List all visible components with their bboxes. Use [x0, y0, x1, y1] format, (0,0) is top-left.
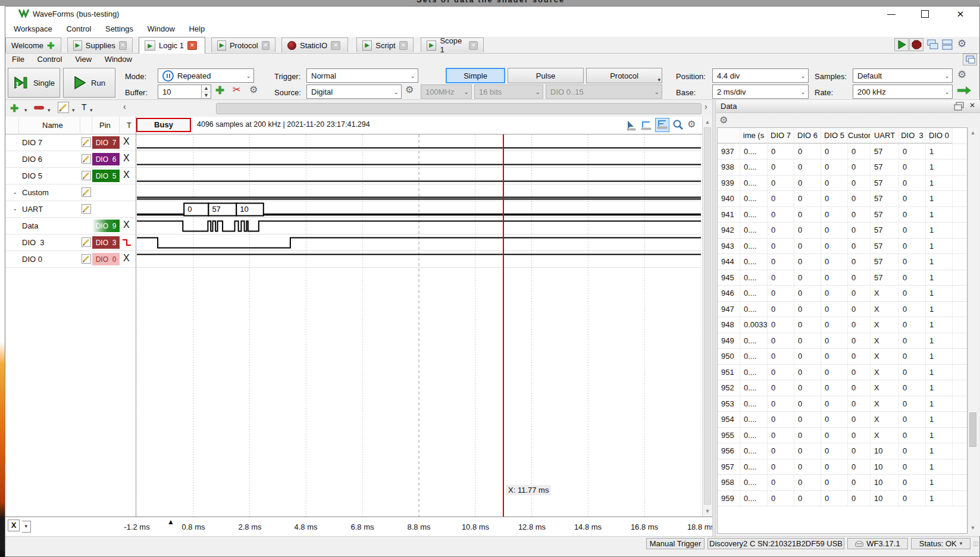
tile-windows-icon[interactable] — [940, 38, 954, 53]
table-row[interactable]: 9440....00005701 — [718, 254, 967, 270]
close-icon[interactable]: ✕ — [399, 41, 408, 50]
channel-row[interactable]: DIO 7DIO 7X — [5, 134, 136, 151]
table-row[interactable]: 9410....00005701 — [718, 207, 967, 223]
tab-staticio[interactable]: StaticIO ✕ — [281, 37, 348, 52]
plot-vscrollbar[interactable]: ▲ ▼ — [702, 117, 712, 517]
chevron-down-icon[interactable]: ▾ — [90, 108, 93, 113]
menu-logic-window[interactable]: Window — [99, 54, 137, 65]
trigger-select[interactable]: Normal ⌄ — [306, 68, 418, 83]
table-row[interactable]: 9570....00001001 — [718, 459, 967, 475]
channel-row[interactable]: DIO 3DIO 3 — [5, 234, 136, 251]
trigger-dontcare[interactable]: X — [123, 220, 130, 230]
table-row[interactable]: 9590....00001001 — [718, 491, 967, 507]
note-icon[interactable] — [82, 154, 91, 165]
table-row[interactable]: 9430....00005701 — [718, 239, 967, 255]
x-cursor-line[interactable] — [503, 134, 504, 517]
trigger-protocol-button[interactable]: Protocol ▾ — [586, 68, 662, 83]
menu-file[interactable]: File — [7, 54, 30, 65]
scroll-down-icon[interactable]: ▼ — [968, 525, 978, 531]
trigger-column-button[interactable]: T — [82, 102, 87, 112]
mode-select[interactable]: Repeated ⌄ — [158, 68, 254, 83]
table-row[interactable]: 9390....00005701 — [718, 176, 967, 192]
float-panel-icon[interactable] — [954, 102, 965, 112]
channel-pin-badge[interactable]: DIO 9 — [92, 220, 120, 232]
data-table-vscrollbar[interactable]: ▲ ▼ — [968, 128, 978, 533]
channel-row[interactable]: DIO 0DIO 0X — [5, 251, 136, 268]
table-row[interactable]: 9480.00330000X01 — [718, 317, 967, 333]
add-channel-icon[interactable]: ✚ — [10, 102, 18, 115]
table-row[interactable]: 9380....00005701 — [718, 159, 967, 176]
tab-script[interactable]: ▶ Script ✕ — [356, 37, 414, 52]
data-panel-titlebar[interactable]: Data ✕ — [716, 100, 980, 113]
samples-select[interactable]: Default ⌄ — [853, 68, 953, 83]
axis-channel-button[interactable]: X — [8, 520, 20, 531]
trigger-dontcare[interactable]: X — [123, 153, 130, 164]
scroll-up-icon[interactable]: ▲ — [968, 130, 978, 136]
chevron-down-icon[interactable]: ▼ — [22, 521, 31, 533]
popout-window-icon[interactable] — [963, 54, 977, 67]
chevron-down-icon[interactable]: ▾ — [24, 108, 27, 113]
hover-measure-icon[interactable] — [640, 119, 653, 133]
table-row[interactable]: 9370....00005701 — [718, 144, 967, 160]
title-bar[interactable]: WaveForms (bus-testing) — ✕ — [5, 7, 979, 22]
trigger-dontcare[interactable]: X — [123, 136, 130, 147]
buffer-gear-icon[interactable]: ⚙ — [249, 85, 258, 95]
cascade-windows-icon[interactable] — [925, 38, 939, 53]
trigger-dontcare[interactable]: X — [123, 170, 130, 180]
table-row[interactable]: 9520....0000X01 — [718, 380, 967, 396]
samples-gear-icon[interactable]: ⚙ — [957, 70, 966, 80]
close-icon[interactable]: ✕ — [262, 41, 270, 50]
rate-select[interactable]: 200 kHz ⌄ — [853, 85, 953, 99]
single-button[interactable]: 1 Single — [8, 68, 60, 98]
buffer-spinner[interactable]: 10 ▲ ▼ — [158, 85, 211, 99]
menu-settings[interactable]: Settings — [99, 22, 139, 36]
menu-logic-control[interactable]: Control — [32, 54, 68, 65]
channel-row[interactable]: DataDIO 9X — [5, 218, 136, 234]
cursor-arrow-icon[interactable] — [625, 119, 637, 133]
minimize-button[interactable]: — — [875, 7, 908, 22]
table-row[interactable]: 9470....0000X01 — [718, 302, 967, 318]
table-row[interactable]: 9400....00005701 — [718, 191, 967, 207]
close-icon[interactable]: ✕ — [331, 41, 340, 50]
add-buffer-icon[interactable]: ✚ — [215, 85, 224, 96]
note-icon[interactable] — [82, 137, 91, 149]
resize-grip[interactable]: ◫ — [973, 540, 979, 547]
run-all-icon[interactable] — [894, 38, 909, 53]
base-select[interactable]: 2 ms/div ⌄ — [712, 85, 809, 99]
channel-pin-badge[interactable]: DIO 5 — [92, 170, 120, 182]
table-row[interactable]: 9550....0000X01 — [718, 428, 967, 444]
channel-row[interactable]: DIO 6DIO 6X — [5, 151, 136, 168]
channel-row[interactable]: DIO 5DIO 5X — [5, 168, 136, 184]
status-ok-button[interactable]: Status: OK ▾ — [911, 538, 970, 549]
table-row[interactable]: 9500....0000X01 — [718, 349, 967, 365]
close-icon[interactable]: ✕ — [119, 41, 127, 50]
tab-protocol[interactable]: ▶ Protocol ✕ — [211, 37, 275, 52]
zoom-options-icon[interactable] — [672, 119, 685, 133]
scroll-left-button[interactable]: ‹ — [123, 102, 126, 111]
trigger-simple-button[interactable]: Simple — [446, 68, 505, 83]
chevron-down-icon[interactable]: ▾ — [48, 108, 51, 113]
close-icon[interactable]: ✕ — [187, 41, 197, 50]
tab-welcome[interactable]: Welcome ✚ — [5, 37, 61, 52]
table-row[interactable]: 9450....00005701 — [718, 270, 967, 286]
menu-view[interactable]: View — [70, 54, 97, 65]
scroll-down-icon[interactable]: ▼ — [703, 508, 712, 514]
channel-row[interactable]: -UART — [5, 201, 136, 218]
note-icon[interactable] — [82, 254, 91, 265]
data-table-vscroll-thumb[interactable] — [969, 412, 976, 447]
channel-group-marker[interactable]: - — [14, 188, 16, 197]
chevron-down-icon[interactable]: ▾ — [72, 108, 75, 113]
data-panel-gear-icon[interactable]: ⚙ — [719, 115, 728, 125]
channel-row[interactable]: -Custom — [5, 184, 136, 201]
axis-channel-select[interactable]: X ▼ — [8, 520, 31, 533]
close-icon[interactable]: ✕ — [969, 101, 975, 109]
spinner-arrows[interactable]: ▲ ▼ — [201, 85, 211, 98]
note-icon[interactable] — [82, 171, 91, 182]
note-icon[interactable] — [82, 204, 91, 215]
source-gear-icon[interactable]: ⚙ — [405, 85, 414, 95]
apply-rate-arrow-icon[interactable] — [956, 85, 972, 98]
channel-pin-badge[interactable]: DIO 7 — [92, 136, 120, 149]
plot-gear-icon[interactable]: ⚙ — [687, 120, 696, 129]
note-icon[interactable] — [82, 237, 91, 249]
plot-vscroll-thumb[interactable] — [704, 127, 711, 505]
